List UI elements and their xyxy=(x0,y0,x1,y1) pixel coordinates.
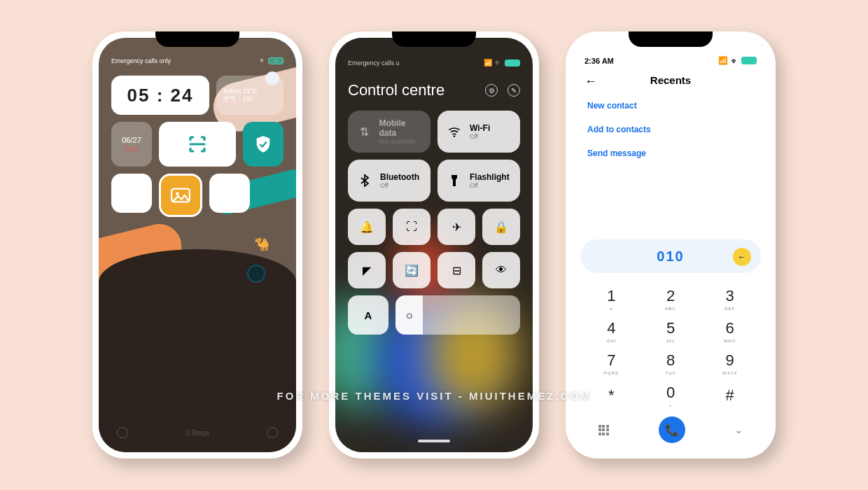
footer-bar: 0 Steps xyxy=(99,427,296,438)
activity-icon[interactable] xyxy=(267,427,278,438)
wifi-icon: ᯤ xyxy=(260,57,266,64)
picture-icon xyxy=(171,188,190,203)
weather-widget[interactable]: Indore 23°C 空气：135 xyxy=(216,76,284,115)
bluetooth-icon xyxy=(356,172,373,189)
homescreen[interactable]: 🐪 Emergency calls only ᯤ 85 05 : 24 Indo… xyxy=(99,38,296,452)
action-links: New contact Add to contacts Send message xyxy=(587,101,651,158)
airplane-icon: ✈ xyxy=(452,220,461,234)
control-centre-title: Control centre xyxy=(348,81,444,99)
battery-icon: 85 xyxy=(268,57,284,64)
scanner-widget[interactable] xyxy=(159,122,236,167)
circle-icon[interactable] xyxy=(247,265,265,283)
key-7[interactable]: 7PQRS xyxy=(582,347,641,379)
notch xyxy=(392,31,476,47)
signal-icon: 📶 xyxy=(484,59,492,66)
key-8[interactable]: 8TUV xyxy=(641,347,701,379)
wifi-icon: ᯤ xyxy=(731,57,738,65)
signal-icon: 📶 xyxy=(718,56,728,65)
dialed-number: 010 xyxy=(657,248,684,265)
flashlight-icon xyxy=(446,172,463,189)
rotation-lock-icon: 🔄 xyxy=(405,264,419,277)
screenshot-tile[interactable]: ⛶ xyxy=(393,209,430,245)
key-*[interactable]: * xyxy=(582,379,641,412)
clock-icon[interactable] xyxy=(117,427,128,438)
send-message-link[interactable]: Send message xyxy=(587,148,651,158)
lock-icon: 🔒 xyxy=(494,220,508,234)
call-button[interactable]: 📞 xyxy=(659,416,685,443)
shield-check-icon xyxy=(253,134,273,154)
wifi-tile[interactable]: Wi-FiOff xyxy=(438,111,520,153)
flashlight-tile[interactable]: FlashlightOff xyxy=(438,160,520,202)
wifi-icon: ᯤ xyxy=(495,59,502,66)
status-bar: Emergency calls only ᯤ 85 xyxy=(99,55,296,67)
key-6[interactable]: 6MNO xyxy=(700,315,760,347)
screenshot-icon: ⛶ xyxy=(406,220,417,233)
network-status: Emergency calls only xyxy=(111,57,171,64)
silent-tile[interactable]: 🔔 xyxy=(348,209,386,245)
eye-icon: 👁 xyxy=(496,264,507,276)
data-arrows-icon: ⇅ xyxy=(356,123,372,140)
battery-icon xyxy=(741,57,757,64)
wifi-icon xyxy=(446,123,463,140)
bell-icon: 🔔 xyxy=(360,220,374,234)
edit-icon[interactable]: ✎ xyxy=(507,84,520,97)
security-widget[interactable] xyxy=(243,122,284,167)
settings-icon[interactable]: ⚙ xyxy=(485,84,498,97)
svg-point-1 xyxy=(176,192,179,195)
key-0[interactable]: 0+ xyxy=(641,379,701,412)
backspace-button[interactable]: ← xyxy=(733,248,751,266)
new-contact-link[interactable]: New contact xyxy=(587,101,651,111)
location-tile[interactable]: ◤ xyxy=(348,252,386,288)
bluetooth-tile[interactable]: BluetoothOff xyxy=(348,160,430,202)
camel-silhouette-icon: 🐪 xyxy=(254,237,270,252)
phone-control-centre: Emergency calls o 📶 ᯤ Control centre ⚙ ✎… xyxy=(329,31,539,458)
notch xyxy=(629,31,713,47)
app-icon-1[interactable] xyxy=(111,174,152,213)
drag-handle[interactable] xyxy=(418,440,450,442)
key-2[interactable]: 2ABC xyxy=(641,283,701,315)
phone-dialer: 2:36 AM 📶 ᯤ ← Recents New contact Add to… xyxy=(566,31,776,458)
reading-tile[interactable]: 👁 xyxy=(482,252,520,288)
key-3[interactable]: 3DEF xyxy=(700,283,760,315)
mobile-data-tile[interactable]: ⇅ Mobile dataNot available xyxy=(348,111,430,153)
key-9[interactable]: 9WXYZ xyxy=(700,347,760,379)
steps-counter: 0 Steps xyxy=(186,429,209,437)
lock-tile[interactable]: 🔒 xyxy=(482,209,520,245)
widget-grid: 05 : 24 Indore 23°C 空气：135 06/27 Sun xyxy=(111,76,284,224)
status-bar: Emergency calls o 📶 ᯤ xyxy=(335,59,533,66)
network-status: Emergency calls o xyxy=(348,59,400,66)
add-to-contacts-link[interactable]: Add to contacts xyxy=(587,125,651,134)
battery-icon xyxy=(505,59,520,66)
brightness-slider[interactable]: ☼ xyxy=(396,295,520,335)
brightness-icon: ☼ xyxy=(404,309,414,321)
scan-icon: ⊟ xyxy=(452,264,461,277)
collapse-button[interactable]: ⌄ xyxy=(734,424,743,436)
control-centre-header: Control centre ⚙ ✎ xyxy=(348,81,520,99)
clock-widget[interactable]: 05 : 24 xyxy=(111,76,209,115)
phone-icon: 📞 xyxy=(665,424,679,437)
dialer-screen[interactable]: 2:36 AM 📶 ᯤ ← Recents New contact Add to… xyxy=(572,38,769,452)
key-5[interactable]: 5JKL xyxy=(641,315,701,347)
svg-point-2 xyxy=(454,135,456,137)
status-time: 2:36 AM xyxy=(584,57,614,65)
key-#[interactable]: # xyxy=(700,379,760,412)
rotation-tile[interactable]: 🔄 xyxy=(393,252,430,288)
app-icon-2[interactable] xyxy=(209,174,250,213)
airplane-tile[interactable]: ✈ xyxy=(438,209,475,245)
control-centre-screen[interactable]: Emergency calls o 📶 ᯤ Control centre ⚙ ✎… xyxy=(335,38,533,452)
notch xyxy=(155,31,239,47)
cloud-icon xyxy=(265,71,279,85)
status-bar: 2:36 AM 📶 ᯤ xyxy=(572,56,769,65)
tiles-grid: ⇅ Mobile dataNot available Wi-FiOff Blue… xyxy=(348,111,520,335)
key-1[interactable]: 1∞ xyxy=(582,283,641,315)
date-widget[interactable]: 06/27 Sun xyxy=(111,122,152,167)
auto-brightness-tile[interactable]: A xyxy=(348,295,388,335)
gallery-app-icon[interactable] xyxy=(159,174,202,217)
page-title: Recents xyxy=(572,74,769,86)
keypad: 1∞2ABC3DEF 4GHI5JKL6MNO 7PQRS8TUV9WXYZ *… xyxy=(572,279,769,452)
location-icon: ◤ xyxy=(363,264,371,277)
key-4[interactable]: 4GHI xyxy=(582,315,641,347)
phone-homescreen: 🐪 Emergency calls only ᯤ 85 05 : 24 Indo… xyxy=(92,31,302,458)
scanner-tile[interactable]: ⊟ xyxy=(438,252,475,288)
apps-grid-icon[interactable] xyxy=(598,425,610,435)
